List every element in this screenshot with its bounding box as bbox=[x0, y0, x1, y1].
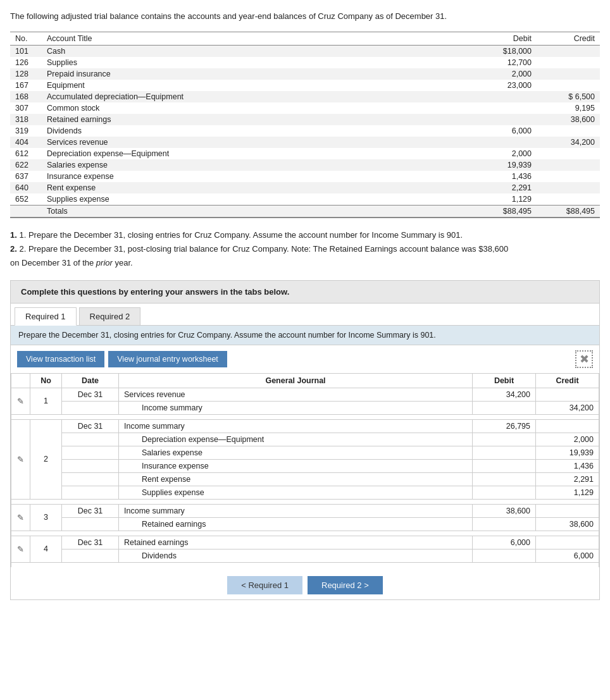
row-debit bbox=[473, 517, 536, 531]
trial-balance-row: 404 Services revenue 34,200 bbox=[10, 137, 600, 148]
entry-no: 4 bbox=[30, 536, 62, 562]
separator-row bbox=[11, 562, 599, 567]
trial-balance-row: 637 Insurance expense 1,436 bbox=[10, 171, 600, 182]
row-debit: 6,000 bbox=[473, 125, 537, 137]
tab-required-2[interactable]: Required 2 bbox=[79, 307, 141, 325]
row-account: Income summary bbox=[119, 419, 473, 433]
row-title: Cash bbox=[42, 45, 473, 57]
row-credit bbox=[537, 125, 600, 137]
row-no: 622 bbox=[10, 159, 42, 171]
row-account: Dividends bbox=[119, 549, 473, 562]
row-title: Accumulated depreciation—Equipment bbox=[42, 91, 473, 102]
col-account-title: Account Title bbox=[42, 32, 473, 45]
row-no: 637 bbox=[10, 171, 42, 182]
row-debit: $18,000 bbox=[473, 45, 537, 57]
row-credit bbox=[537, 80, 600, 91]
row-debit: 23,000 bbox=[473, 80, 537, 91]
row-date bbox=[62, 472, 119, 486]
trial-balance-row: 126 Supplies 12,700 bbox=[10, 57, 600, 68]
row-no: 126 bbox=[10, 57, 42, 68]
row-date bbox=[62, 459, 119, 472]
row-title: Insurance expense bbox=[42, 171, 473, 182]
row-account: Salaries expense bbox=[119, 446, 473, 459]
journal-row: ✎ 2 Dec 31 Income summary 26,795 bbox=[11, 419, 599, 433]
row-debit bbox=[473, 549, 536, 562]
row-credit bbox=[537, 182, 600, 193]
row-date: Dec 31 bbox=[62, 536, 119, 549]
journal-row: Insurance expense 1,436 bbox=[11, 459, 599, 472]
journal-row: Dividends 6,000 bbox=[11, 549, 599, 562]
trial-balance-row: 128 Prepaid insurance 2,000 bbox=[10, 68, 600, 80]
row-debit: 19,939 bbox=[473, 159, 537, 171]
row-title: Retained earnings bbox=[42, 114, 473, 125]
row-credit bbox=[536, 536, 599, 549]
buttons-row: View transaction list View journal entry… bbox=[11, 345, 599, 373]
row-debit: 2,000 bbox=[473, 148, 537, 159]
close-icon[interactable]: ✖ bbox=[575, 350, 593, 368]
edit-icon[interactable]: ✎ bbox=[11, 388, 30, 414]
trial-balance-table: No. Account Title Debit Credit 101 Cash … bbox=[10, 32, 600, 218]
trial-balance-row: 168 Accumulated depreciation—Equipment $… bbox=[10, 91, 600, 102]
row-credit bbox=[537, 159, 600, 171]
journal-row: Income summary 34,200 bbox=[11, 401, 599, 414]
row-no: 128 bbox=[10, 68, 42, 80]
row-no: 101 bbox=[10, 45, 42, 57]
row-debit: 12,700 bbox=[473, 57, 537, 68]
tab-required-1[interactable]: Required 1 bbox=[15, 307, 77, 326]
separator-row bbox=[11, 414, 599, 419]
row-no: 168 bbox=[10, 91, 42, 102]
row-credit: 38,600 bbox=[536, 517, 599, 531]
col-debit: Debit bbox=[473, 32, 537, 45]
row-title: Dividends bbox=[42, 125, 473, 137]
trial-balance-row: 167 Equipment 23,000 bbox=[10, 80, 600, 91]
prev-button[interactable]: < Required 1 bbox=[227, 576, 302, 594]
row-title: Prepaid insurance bbox=[42, 68, 473, 80]
col-credit-header: Credit bbox=[536, 373, 599, 388]
row-credit: 9,195 bbox=[537, 102, 600, 114]
col-credit: Credit bbox=[537, 32, 600, 45]
journal-row: Salaries expense 19,939 bbox=[11, 446, 599, 459]
tabs-row: Required 1 Required 2 bbox=[11, 304, 599, 326]
row-debit bbox=[473, 446, 536, 459]
row-no: 612 bbox=[10, 148, 42, 159]
edit-icon[interactable]: ✎ bbox=[11, 536, 30, 562]
row-debit: 2,291 bbox=[473, 182, 537, 193]
row-no: 404 bbox=[10, 137, 42, 148]
trial-balance-row: 652 Supplies expense 1,129 bbox=[10, 193, 600, 206]
entry-no: 2 bbox=[30, 419, 62, 499]
row-credit: 34,200 bbox=[537, 137, 600, 148]
row-debit bbox=[473, 114, 537, 125]
journal-row: ✎ 3 Dec 31 Income summary 38,600 bbox=[11, 504, 599, 517]
next-button[interactable]: Required 2 > bbox=[308, 576, 383, 594]
row-debit bbox=[473, 433, 536, 446]
row-date bbox=[62, 517, 119, 531]
row-credit: 6,000 bbox=[536, 549, 599, 562]
row-date bbox=[62, 401, 119, 414]
row-debit: 34,200 bbox=[473, 388, 536, 401]
trial-balance-row: Totals $88,495 $88,495 bbox=[10, 205, 600, 218]
prepare-text: Prepare the December 31, closing entries… bbox=[11, 326, 599, 345]
row-debit: 2,000 bbox=[473, 68, 537, 80]
row-no: 319 bbox=[10, 125, 42, 137]
row-credit: 1,436 bbox=[536, 459, 599, 472]
edit-icon[interactable]: ✎ bbox=[11, 419, 30, 499]
row-date: Dec 31 bbox=[62, 388, 119, 401]
journal-row: Rent expense 2,291 bbox=[11, 472, 599, 486]
row-debit bbox=[473, 401, 536, 414]
tab-content: Prepare the December 31, closing entries… bbox=[11, 326, 599, 600]
row-no: 307 bbox=[10, 102, 42, 114]
row-debit: 1,129 bbox=[473, 193, 537, 206]
view-transaction-button[interactable]: View transaction list bbox=[17, 351, 104, 367]
row-debit: $88,495 bbox=[473, 205, 537, 218]
row-credit bbox=[537, 68, 600, 80]
trial-balance-row: 101 Cash $18,000 bbox=[10, 45, 600, 57]
row-credit: 1,129 bbox=[536, 486, 599, 499]
view-journal-button[interactable]: View journal entry worksheet bbox=[108, 351, 227, 367]
journal-row: ✎ 1 Dec 31 Services revenue 34,200 bbox=[11, 388, 599, 401]
row-account: Retained earnings bbox=[119, 536, 473, 549]
edit-icon[interactable]: ✎ bbox=[11, 504, 30, 531]
row-title: Totals bbox=[42, 205, 473, 218]
trial-balance-row: 318 Retained earnings 38,600 bbox=[10, 114, 600, 125]
row-debit: 38,600 bbox=[473, 504, 536, 517]
col-no-header: No bbox=[30, 373, 62, 388]
